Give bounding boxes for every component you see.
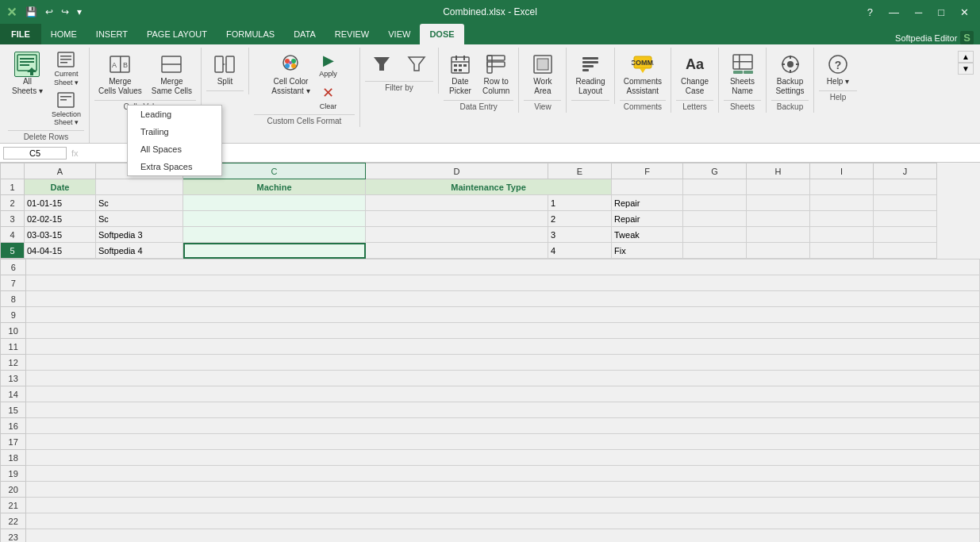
cell-E5[interactable]: 4	[548, 243, 612, 259]
cell-C5[interactable]	[183, 243, 366, 259]
cell-G4[interactable]	[683, 227, 747, 243]
split-button[interactable]: Split	[208, 49, 241, 89]
ribbon-scroll-down[interactable]: ▼	[958, 63, 974, 75]
cell-H3[interactable]	[747, 211, 810, 227]
cell-F1[interactable]	[612, 179, 683, 195]
redo-qat-button[interactable]: ↪	[59, 6, 71, 17]
close-button[interactable]: ✕	[955, 0, 974, 24]
dropdown-item-leading[interactable]: Leading	[128, 106, 221, 123]
help-ribbon-button[interactable]: ? Help ▾	[821, 49, 855, 89]
sheets-name-button[interactable]: SheetsName	[726, 49, 759, 98]
col-header-D[interactable]: D	[366, 163, 548, 179]
cell-G2[interactable]	[683, 195, 747, 211]
tab-view[interactable]: VIEW	[379, 24, 420, 44]
cell-color-assistant-button[interactable]: Cell ColorAssistant ▾	[267, 49, 313, 98]
cell-H5[interactable]	[747, 243, 810, 259]
row-header-5[interactable]: 5	[1, 243, 25, 259]
customize-qat-button[interactable]: ▾	[75, 6, 84, 17]
col-header-F[interactable]: F	[612, 163, 683, 179]
row-header-2[interactable]: 2	[1, 195, 25, 211]
cell-B4[interactable]: Softpedia 3	[96, 227, 183, 243]
ribbon-scroll-up[interactable]: ▲	[958, 51, 974, 63]
cell-F4[interactable]: Tweak	[612, 227, 683, 243]
cell-F5[interactable]: Fix	[612, 243, 683, 259]
cell-C4[interactable]	[183, 227, 366, 243]
ribbon-collapse-button[interactable]: —	[884, 0, 904, 24]
change-case-button[interactable]: Aa ChangeCase	[677, 49, 713, 98]
dropdown-item-all-spaces[interactable]: All Spaces	[128, 140, 221, 158]
row-header-1[interactable]: 1	[1, 179, 25, 195]
merge-cells-values-button[interactable]: AB MergeCells Values	[94, 49, 146, 98]
cell-I1[interactable]	[810, 179, 874, 195]
cell-A3[interactable]: 02-02-15	[25, 211, 96, 227]
tab-dose[interactable]: DOSE	[420, 24, 463, 44]
restore-button[interactable]: □	[933, 0, 949, 24]
col-header-J[interactable]: J	[874, 163, 937, 179]
cell-C1[interactable]: Machine	[183, 179, 366, 195]
all-sheets-button[interactable]: AllSheets ▾	[8, 49, 47, 98]
row-header-4[interactable]: 4	[1, 227, 25, 243]
cell-E3[interactable]: 2	[548, 211, 612, 227]
cell-B3[interactable]: Sc	[96, 211, 183, 227]
cell-I3[interactable]	[810, 211, 874, 227]
col-header-H[interactable]: H	[747, 163, 810, 179]
cell-B5[interactable]: Softpedia 4	[96, 243, 183, 259]
empty-cell-6[interactable]	[26, 259, 980, 275]
backup-settings-button[interactable]: BackupSettings	[771, 49, 808, 98]
cell-E2[interactable]: 1	[548, 195, 612, 211]
tab-home[interactable]: HOME	[41, 24, 86, 44]
cell-F2[interactable]: Repair	[612, 195, 683, 211]
save-qat-button[interactable]: 💾	[23, 6, 40, 17]
col-header-E[interactable]: E	[548, 163, 612, 179]
cell-G5[interactable]	[683, 243, 747, 259]
selection-sheet-button[interactable]: SelectionSheet ▾	[48, 90, 84, 129]
cell-A4[interactable]: 03-03-15	[25, 227, 96, 243]
cell-F3[interactable]: Repair	[612, 211, 683, 227]
cell-I4[interactable]	[810, 227, 874, 243]
dropdown-item-trailing[interactable]: Trailing	[128, 123, 221, 140]
filter-button-1[interactable]	[365, 49, 398, 79]
dropdown-item-extra-spaces[interactable]: Extra Spaces	[128, 158, 221, 175]
col-header-A[interactable]: A	[25, 163, 96, 179]
work-area-button[interactable]: WorkArea	[526, 49, 559, 98]
cell-H1[interactable]	[747, 179, 810, 195]
grid-scroll[interactable]: A B C D E F G H I J 1	[0, 163, 980, 542]
row-header-6[interactable]: 6	[1, 259, 26, 275]
row-to-column-button[interactable]: Row toColumn	[478, 49, 513, 98]
cell-H4[interactable]	[747, 227, 810, 243]
tab-data[interactable]: DATA	[284, 24, 325, 44]
cell-D3[interactable]	[366, 211, 548, 227]
cell-J4[interactable]	[874, 227, 937, 243]
cell-J2[interactable]	[874, 195, 937, 211]
tab-review[interactable]: REVIEW	[325, 24, 379, 44]
cell-A2[interactable]: 01-01-15	[25, 195, 96, 211]
reading-layout-button[interactable]: ReadingLayout	[571, 49, 609, 98]
cell-H2[interactable]	[747, 195, 810, 211]
cell-J3[interactable]	[874, 211, 937, 227]
cell-C2[interactable]	[183, 195, 366, 211]
current-sheet-button[interactable]: CurrentSheet ▾	[48, 49, 84, 89]
cell-I2[interactable]	[810, 195, 874, 211]
name-box[interactable]	[3, 147, 67, 160]
cell-A5[interactable]: 04-04-15	[25, 243, 96, 259]
cell-G1[interactable]	[683, 179, 747, 195]
col-header-G[interactable]: G	[683, 163, 747, 179]
tab-file[interactable]: FILE	[0, 24, 41, 44]
cell-J1[interactable]	[874, 179, 937, 195]
cell-D1[interactable]: Maintenance Type	[366, 179, 612, 195]
help-title-button[interactable]: ?	[863, 0, 878, 24]
cell-A1[interactable]: Date	[25, 179, 96, 195]
cell-D4[interactable]	[366, 227, 548, 243]
cell-D5[interactable]	[366, 243, 548, 259]
clear-format-button[interactable]: ✕ Clear	[316, 82, 341, 113]
cell-B2[interactable]: Sc	[96, 195, 183, 211]
tab-insert[interactable]: INSERT	[86, 24, 137, 44]
date-picker-button[interactable]: DatePicker	[444, 49, 477, 98]
minimize-button[interactable]: ─	[910, 0, 927, 24]
cell-D2[interactable]	[366, 195, 548, 211]
cell-G3[interactable]	[683, 211, 747, 227]
row-header-3[interactable]: 3	[1, 211, 25, 227]
tab-page-layout[interactable]: PAGE LAYOUT	[137, 24, 217, 44]
col-header-I[interactable]: I	[810, 163, 874, 179]
cell-E4[interactable]: 3	[548, 227, 612, 243]
